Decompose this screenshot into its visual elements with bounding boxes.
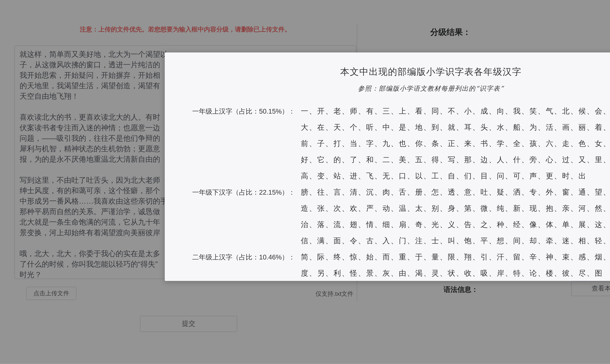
grade-section-label: 一年级下汉字（占比：22.15%）：	[169, 184, 295, 200]
grade-section-2a: 二年级上汉字（占比：10.46%）： 简、际、终、惊、始、而、重、于、量、限、翔…	[169, 249, 610, 281]
app-root: 注意：上传的文件优先。若您想要为输入框中内容分级，请删除已上传文件。 分级结果：…	[0, 0, 610, 364]
grade-section-characters: 简、际、终、惊、始、而、重、于、量、限、翔、引、汗、留、辛、神、束、感、烟、管、…	[301, 249, 610, 281]
grade-section-characters: 膀、往、言、清、沉、肉、舌、册、怎、透、意、吐、疑、洒、专、外、窗、通、望、些、…	[301, 184, 610, 249]
character-table-modal: 本文中出现的部编版小学识字表各年级汉字 参照：部编版小学语文教材每册列出的“识字…	[165, 52, 610, 281]
grade-section-1b: 一年级下汉字（占比：22.15%）： 膀、往、言、清、沉、肉、舌、册、怎、透、意…	[169, 184, 610, 249]
grade-section-1a: 一年级上汉字（占比：50.15%）： 一、开、老、师、有、三、上、看、同、不、小…	[169, 103, 610, 184]
grade-section-label: 一年级上汉字（占比：50.15%）：	[169, 103, 295, 119]
grade-section-characters: 一、开、老、师、有、三、上、看、同、不、小、成、向、我、笑、气、北、候、会、多、…	[301, 103, 610, 184]
modal-subtitle: 参照：部编版小学语文教材每册列出的“识字表”	[165, 84, 610, 93]
modal-title: 本文中出现的部编版小学识字表各年级汉字	[165, 66, 610, 78]
grade-sections: 一年级上汉字（占比：50.15%）： 一、开、老、师、有、三、上、看、同、不、小…	[165, 103, 610, 281]
grade-section-label: 二年级上汉字（占比：10.46%）：	[169, 249, 295, 265]
